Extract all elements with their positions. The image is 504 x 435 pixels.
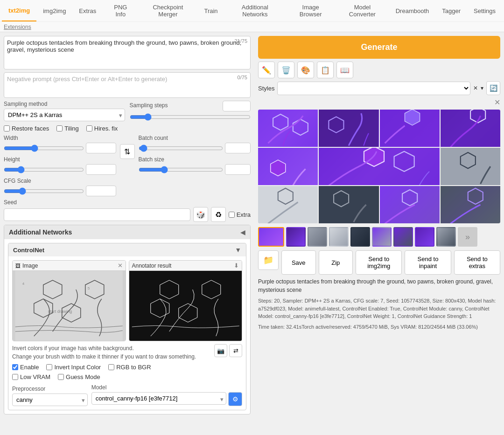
- rgb-bgr-checkbox[interactable]: RGB to BGR: [108, 364, 151, 371]
- thumb-6[interactable]: [372, 227, 392, 247]
- thumb-5[interactable]: [350, 227, 370, 247]
- sketch-area[interactable]: start drawing 4 5: [13, 271, 126, 341]
- batch-size-slider[interactable]: [139, 166, 224, 173]
- close-image-button[interactable]: ✕: [118, 262, 123, 269]
- image-panel: 🖼 Image ✕: [12, 260, 126, 341]
- clipboard-button[interactable]: 📋: [317, 62, 334, 78]
- guess-mode-checkbox[interactable]: Guess Mode: [58, 373, 100, 380]
- seed-input[interactable]: -1: [4, 208, 190, 221]
- output-img-11[interactable]: [441, 186, 500, 223]
- tab-image-browser[interactable]: Image Browser: [286, 0, 336, 21]
- thumb-9[interactable]: [436, 227, 456, 247]
- restore-faces-checkbox[interactable]: Restore faces: [4, 125, 49, 132]
- cfg-input[interactable]: 7: [86, 186, 116, 196]
- tab-train[interactable]: Train: [197, 0, 224, 21]
- extra-seed-checkbox[interactable]: Extra: [229, 211, 251, 218]
- extensions-link[interactable]: Extensions: [4, 24, 31, 30]
- tab-tagger[interactable]: Tagger: [435, 0, 467, 21]
- download-annotator-button[interactable]: ⬇: [234, 262, 239, 269]
- zip-button[interactable]: Zip: [319, 250, 353, 275]
- additional-networks-header[interactable]: Additional Networks ◀: [4, 225, 250, 239]
- positive-prompt-input[interactable]: Purple octopus tentacles from breaking t…: [7, 39, 247, 65]
- hires-fix-checkbox[interactable]: Hires. fix: [86, 125, 118, 132]
- width-slider[interactable]: [4, 145, 84, 152]
- palette-button[interactable]: 🎨: [297, 62, 314, 78]
- batch-count-label: Batch count: [139, 135, 251, 141]
- sampler-select[interactable]: DPM++ 2S a Karras Euler a Euler: [4, 109, 125, 121]
- book-button[interactable]: 📖: [336, 62, 353, 78]
- height-slider[interactable]: [4, 166, 84, 173]
- send-inpaint-button[interactable]: Send to inpaint: [405, 250, 451, 275]
- width-input[interactable]: 800: [86, 143, 116, 153]
- folder-button[interactable]: 📁: [258, 250, 279, 270]
- trash-button[interactable]: 🗑️: [278, 62, 294, 78]
- recycle-button[interactable]: ♻: [211, 207, 226, 222]
- steps-input[interactable]: 20: [223, 101, 251, 111]
- model-settings-button[interactable]: ⚙: [228, 392, 242, 406]
- controlnet-body: 🖼 Image ✕: [8, 256, 246, 410]
- output-img-6[interactable]: [319, 148, 440, 185]
- image-tool-swap-button[interactable]: ⇄: [229, 344, 242, 357]
- positive-prompt-box: Purple octopus tentacles from breaking t…: [4, 36, 251, 69]
- output-img-5[interactable]: [258, 148, 318, 185]
- tab-txt2img[interactable]: txt2img: [2, 0, 36, 21]
- send-extras-button[interactable]: Send to extras: [454, 250, 500, 275]
- pencil-button[interactable]: ✏️: [258, 62, 275, 78]
- generate-button[interactable]: Generate: [258, 36, 500, 59]
- send-img2img-button[interactable]: Send to img2img: [356, 250, 402, 275]
- thumb-2[interactable]: [286, 227, 306, 247]
- tab-settings[interactable]: Settings: [467, 0, 502, 21]
- height-input[interactable]: 430: [86, 164, 116, 175]
- thumb-more[interactable]: »: [458, 227, 477, 247]
- low-vram-checkbox[interactable]: Low VRAM: [12, 373, 50, 380]
- steps-slider[interactable]: [130, 113, 251, 121]
- cfg-slider[interactable]: [4, 187, 84, 195]
- invert-input-checkbox[interactable]: Invert Input Color: [46, 364, 101, 371]
- output-img-7[interactable]: [441, 148, 500, 185]
- batch-size-input[interactable]: 3: [225, 164, 251, 175]
- negative-prompt-input[interactable]: Negative prompt (press Ctrl+Enter or Alt…: [7, 76, 247, 94]
- controlnet-title: ControlNet: [13, 247, 44, 254]
- cfg-label: CFG Scale: [4, 178, 116, 184]
- tab-checkpoint-merger[interactable]: Checkpoint Merger: [138, 0, 197, 21]
- styles-refresh-button[interactable]: 🔄: [486, 81, 500, 95]
- styles-select[interactable]: [277, 82, 470, 95]
- tab-dreambooth[interactable]: Dreambooth: [389, 0, 436, 21]
- output-img-2[interactable]: [319, 110, 378, 147]
- output-description: Purple octopus tentacles from breaking t…: [258, 277, 500, 294]
- model-select[interactable]: control_canny-fp16 [e3fe7712]: [91, 392, 226, 405]
- tiling-checkbox[interactable]: Tiling: [56, 125, 79, 132]
- tab-additional-networks[interactable]: Additional Networks: [224, 0, 286, 21]
- swap-dimensions-button[interactable]: ⇅: [120, 144, 135, 159]
- preprocessor-select[interactable]: canny depth hed none: [12, 394, 88, 406]
- tab-img2img[interactable]: img2img: [36, 0, 72, 21]
- top-tabs: txt2img img2img Extras PNG Info Checkpoi…: [0, 0, 504, 32]
- svg-rect-29: [258, 186, 318, 223]
- output-img-3[interactable]: [380, 110, 440, 147]
- output-img-1[interactable]: [258, 110, 318, 147]
- batch-size-label: Batch size: [139, 156, 251, 163]
- svg-rect-0: [15, 271, 123, 341]
- controlnet-header[interactable]: ControlNet ▼: [8, 243, 246, 256]
- thumb-7[interactable]: [393, 227, 413, 247]
- image-label: Image: [22, 262, 38, 269]
- enable-checkbox[interactable]: Enable: [12, 364, 39, 371]
- styles-label: Styles: [258, 85, 274, 92]
- output-img-10[interactable]: [380, 186, 440, 223]
- output-close-button[interactable]: ✕: [494, 98, 500, 107]
- thumb-1[interactable]: [258, 227, 284, 247]
- batch-count-input[interactable]: 3: [225, 143, 251, 153]
- image-tool-camera-button[interactable]: 📷: [214, 344, 227, 357]
- dice-button[interactable]: 🎲: [193, 207, 208, 222]
- output-img-8[interactable]: [258, 186, 318, 223]
- tab-model-converter[interactable]: Model Converter: [336, 0, 389, 21]
- thumb-3[interactable]: [308, 227, 327, 247]
- thumb-4[interactable]: [329, 227, 349, 247]
- tab-png-info[interactable]: PNG Info: [103, 0, 138, 21]
- tab-extras[interactable]: Extras: [72, 0, 103, 21]
- batch-count-slider[interactable]: [139, 145, 224, 152]
- save-button[interactable]: Save: [281, 250, 316, 275]
- output-img-9[interactable]: [319, 186, 378, 223]
- thumb-8[interactable]: [415, 227, 434, 247]
- output-img-4[interactable]: [441, 110, 500, 147]
